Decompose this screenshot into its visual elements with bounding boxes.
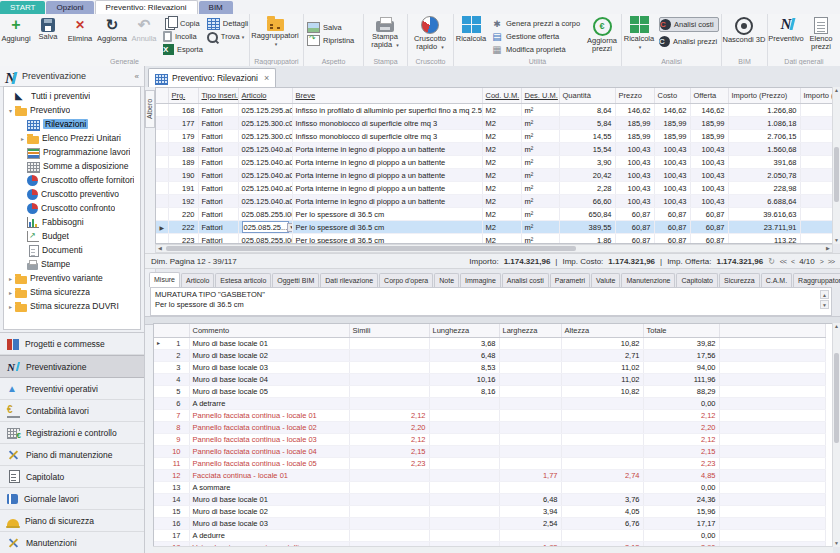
column-header-articolo[interactable]: Articolo [238, 88, 292, 104]
detail-tab-capitolato[interactable]: Capitolato [676, 273, 718, 287]
sidebar-item-contabilit-lavori[interactable]: Contabilità lavori [0, 400, 144, 422]
table-row[interactable]: 192Fattori025.125.040.a00Porta interne i… [156, 195, 833, 208]
column-header-larghezza[interactable]: Larghezza [499, 324, 561, 338]
sidebar-item-piano-di-manutenzione[interactable]: Piano di manutenzione [0, 444, 144, 466]
spinner-up-icon[interactable]: ▲ [820, 290, 829, 299]
column-header-quantit[interactable]: Quantità [559, 88, 615, 104]
document-tab-rilevazioni[interactable]: Preventivo: Rilevazioni × [148, 68, 276, 87]
table-row[interactable]: 168Fattori025.125.295.a00Infisso in prof… [156, 104, 833, 117]
column-header-offerta[interactable]: Offerta [690, 88, 728, 104]
dettagli-button[interactable]: Dettagli [207, 17, 248, 30]
sidebar-item-piano-di-sicurezza[interactable]: Piano di sicurezza [0, 510, 144, 532]
analisi-costi-button[interactable]: Analisi costi [659, 17, 719, 32]
column-header-totale[interactable]: Totale [643, 324, 719, 338]
detail-tab-estesa-articolo[interactable]: Estesa articolo [215, 273, 271, 287]
vscroll-thumb[interactable] [834, 353, 839, 443]
sidebar-item-capitolato[interactable]: Capitolato [0, 466, 144, 488]
column-header-tipo-inseri[interactable]: Tipo inseri... [198, 88, 238, 104]
column-header-prg[interactable]: Prg. [168, 88, 198, 104]
cruscotto-rapido-button[interactable]: Cruscotto rapido ▾ [408, 15, 452, 51]
column-header-prezzo[interactable]: Prezzo [615, 88, 654, 104]
measures-hscrollbar[interactable] [153, 546, 833, 553]
detail-tab-sicurezza[interactable]: Sicurezza [719, 273, 760, 287]
preventivo-button[interactable]: Preventivo [768, 15, 804, 43]
aggiorna-prezzi-button[interactable]: Aggiorna prezzi [583, 15, 621, 53]
tree-item-elenco-prezzi-unitari[interactable]: ▸Elenco Prezzi Unitari [4, 131, 140, 145]
table-row[interactable]: 179Fattori025.125.300.c00Infisso monoblo… [156, 130, 833, 143]
sidebar-item-preventivazione[interactable]: Preventivazione [0, 355, 144, 378]
detail-tab-immagine[interactable]: Immagine [460, 273, 501, 287]
table-row[interactable]: 189Fattori025.125.040.a00Porta interne i… [156, 156, 833, 169]
table-row[interactable]: ▶222Fattori025.085.25...▼Per lo spessore… [156, 221, 833, 234]
table-row[interactable]: 190Fattori025.125.040.a00Porta interne i… [156, 169, 833, 182]
column-header-commento[interactable]: Commento [189, 324, 349, 338]
tree-expander-icon[interactable]: ▸ [6, 275, 15, 282]
measure-row[interactable]: 2Muro di base locale 026,482,7117,56 [154, 350, 825, 362]
measure-row[interactable]: ▸ 1Muro di base locale 013,6810,8239,82 [154, 338, 825, 350]
ricalcola-button[interactable]: Ricalcola [454, 15, 488, 43]
table-row[interactable]: 223Fattori025.085.255.i00Per lo spessore… [156, 234, 833, 245]
close-icon[interactable]: × [264, 73, 269, 83]
detail-tab-c-a-m[interactable]: C.A.M. [761, 273, 792, 287]
detail-tab-parametri[interactable]: Parametri [550, 273, 590, 287]
column-header-importo-prezzo[interactable]: Importo (Prezzo) [728, 88, 800, 104]
tree-item-cruscotto-confronto[interactable]: Cruscotto confronto [4, 201, 140, 215]
aggiungi-button[interactable]: Aggiungi [0, 15, 32, 43]
measure-row[interactable]: 12Facciata continua - locale 011,772,744… [154, 470, 825, 482]
modifica-proprieta-button[interactable]: Modifica proprietà [491, 43, 582, 56]
vscroll-thumb[interactable] [834, 147, 839, 202]
ripristina-button[interactable]: Ripristina [307, 34, 354, 47]
hscroll-thumb[interactable] [166, 246, 576, 251]
spinner-down-icon[interactable]: ▼ [820, 300, 829, 309]
measure-row[interactable]: 14Muro di base locale 016,483,7624,36 [154, 494, 825, 506]
articolo-editor[interactable]: 025.085.25...▼ [242, 221, 289, 233]
genera-prezzi-button[interactable]: Genera prezzi a corpo [491, 17, 582, 30]
measure-row[interactable]: 15Muro di base locale 023,944,0515,96 [154, 506, 825, 518]
table-row[interactable]: 188Fattori025.125.040.a00Porta interne i… [156, 143, 833, 156]
tree-item-stima-sicurezza[interactable]: ▸Stima sicurezza [4, 285, 140, 299]
measure-row[interactable]: 6A detrarre0,00 [154, 398, 825, 410]
column-header-cod-u-m[interactable]: Cod. U.M. [482, 88, 521, 104]
annulla-button[interactable]: Annulla [128, 15, 160, 43]
detail-tab-corpo-d-opera[interactable]: Corpo d'opera [379, 273, 433, 287]
detail-tab-misure[interactable]: Misure [149, 272, 180, 287]
table-row[interactable]: 177Fattori025.125.300.c00Infisso monoblo… [156, 117, 833, 130]
sidebar-item-progetti-e-commesse[interactable]: Progetti e commesse [0, 333, 144, 355]
measure-row[interactable]: 4Muro di base locale 0410,1611,02111,96 [154, 374, 825, 386]
tree-expander-icon[interactable]: ▸ [6, 289, 15, 296]
table-row[interactable]: 191Fattori025.125.040.a00Porta interne i… [156, 182, 833, 195]
column-header-breve[interactable]: Breve [292, 88, 482, 104]
detail-tab-note[interactable]: Note [434, 273, 459, 287]
detail-tab-analisi-costi[interactable]: Analisi costi [502, 273, 549, 287]
detail-tab-raggruppatori-liberi[interactable]: Raggruppatori liberi [793, 273, 840, 287]
collapse-sidebar-button[interactable]: « [135, 72, 139, 81]
table-row[interactable]: 220Fattori025.085.255.i00Per lo spessore… [156, 208, 833, 221]
scroll-up-icon[interactable]: ▲ [833, 323, 840, 330]
detail-tab-dati-rilevazione[interactable]: Dati rilevazione [320, 273, 378, 287]
tree-expander-icon[interactable]: ▸ [18, 135, 27, 142]
tree-item-fabbisogni[interactable]: Fabbisogni [4, 215, 140, 229]
first-page-button[interactable]: << [780, 258, 786, 265]
ricalcola-analisi-button[interactable]: Ricalcola ▾ [622, 15, 656, 51]
albero-side-tab[interactable]: Albero [145, 90, 155, 128]
measure-row[interactable]: 3Muro di base locale 038,5311,0294,00 [154, 362, 825, 374]
sidebar-item-manutenzioni[interactable]: Manutenzioni [0, 532, 144, 553]
tree-item-somme-a-disposizione[interactable]: Somme a disposizione [4, 159, 140, 173]
scroll-down-icon[interactable]: ▼ [833, 540, 840, 547]
measure-row[interactable]: 5Muro di base locale 058,1610,8288,29 [154, 386, 825, 398]
detail-tab-oggetti-bim[interactable]: Oggetti BIM [272, 273, 319, 287]
main-grid-vscrollbar[interactable]: ▲ ▼ [832, 87, 840, 244]
tree-item-programmazione-lavori[interactable]: Programmazione lavori [4, 145, 140, 159]
ribbon-tab-opzioni[interactable]: Opzioni [46, 1, 93, 14]
measure-row[interactable]: 11Pannello facciata continua - locale 05… [154, 458, 825, 470]
tree-item-budget[interactable]: Budget [4, 229, 140, 243]
copia-button[interactable]: Copia [163, 17, 203, 30]
gestione-offerta-button[interactable]: Gestione offerta [491, 30, 582, 43]
tree-item-preventivo[interactable]: ▾Preventivo [4, 103, 140, 117]
tree-item-rilevazioni[interactable]: Rilevazioni [4, 117, 140, 131]
detail-tab-articolo[interactable]: Articolo [181, 273, 214, 287]
tree-expander-icon[interactable]: ▾ [6, 107, 15, 114]
column-header-costo[interactable]: Costo [654, 88, 690, 104]
scroll-left-icon[interactable]: ◀ [156, 245, 164, 252]
column-header-altezza[interactable]: Altezza [561, 324, 643, 338]
